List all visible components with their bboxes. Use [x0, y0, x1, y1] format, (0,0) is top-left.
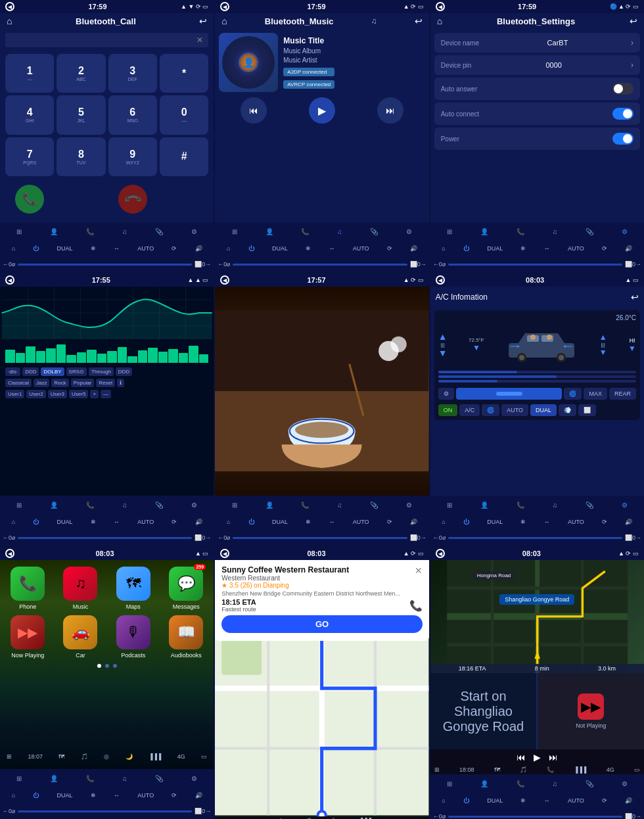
app-nowplaying[interactable]: ▶▶ Now Playing	[4, 615, 51, 659]
cp9-map[interactable]: 🗺	[494, 766, 500, 773]
setting-device-pin[interactable]: Device pin 0000 ›	[434, 55, 640, 75]
cs4-back[interactable]: ←	[3, 534, 9, 541]
cb9-vol[interactable]: 🔊	[625, 797, 632, 804]
end-call-button[interactable]: 📞	[112, 179, 153, 220]
dial-8[interactable]: 8TUV	[57, 137, 105, 176]
play-pause-btn[interactable]: ▶	[534, 752, 541, 762]
app-phone[interactable]: 📞 Phone	[4, 567, 51, 610]
ac-ac-btn[interactable]: A/C	[459, 404, 480, 416]
dial-0[interactable]: 0—	[160, 95, 208, 134]
cb3-power[interactable]: ⏻	[463, 245, 469, 252]
app-audiobooks[interactable]: 📖 Audiobooks	[162, 615, 210, 659]
ac-gear-btn[interactable]: ⚙	[438, 388, 454, 400]
nav4-grid-icon[interactable]: ⊞	[16, 502, 22, 509]
dial-1[interactable]: 1—	[5, 54, 54, 93]
back-arrow-1[interactable]: ↩	[199, 16, 207, 26]
prev-track-btn[interactable]: ⏮	[517, 752, 526, 762]
cb7-sync[interactable]: ⟳	[172, 792, 177, 799]
dot-3[interactable]	[113, 664, 117, 668]
nav2-music-icon[interactable]: ♫	[337, 228, 342, 235]
nav3-user-icon[interactable]: 👤	[480, 228, 488, 235]
cb9-home[interactable]: ⌂	[442, 797, 445, 804]
nav-map[interactable]: Sunny Coffee Western Restaurant Western …	[215, 560, 428, 816]
cp9-grid[interactable]: ⊞	[434, 766, 440, 773]
cs2-back[interactable]: ←	[218, 261, 223, 268]
play-button[interactable]: ▶	[309, 97, 335, 124]
app-maps[interactable]: 🗺 Maps	[110, 567, 157, 610]
nav4-music-icon[interactable]: ♫	[122, 502, 127, 509]
cs3-fan2[interactable]: ⌀	[442, 261, 446, 268]
ac-rear-btn[interactable]: REAR	[609, 388, 636, 400]
back-button-8[interactable]: ◀	[220, 549, 229, 558]
nav4-settings-icon[interactable]: ⚙	[191, 502, 197, 509]
eq-classical[interactable]: Classical	[5, 379, 32, 387]
search-input[interactable]	[11, 36, 196, 44]
cb6-fan[interactable]: ❄	[520, 519, 526, 525]
climate-temp-icon[interactable]: ↔	[114, 245, 120, 252]
cs7-vent[interactable]: ⬜	[195, 808, 202, 814]
nav3-phone-icon[interactable]: 📞	[517, 228, 524, 235]
nav2-grid-icon[interactable]: ⊞	[232, 228, 237, 235]
eq-add[interactable]: +	[90, 390, 99, 398]
eq-ddd[interactable]: DDD	[22, 367, 39, 376]
cb3-fan[interactable]: ❄	[520, 245, 526, 252]
right-fan-up[interactable]: ▲	[599, 333, 607, 342]
eq-user5[interactable]: User5	[69, 390, 88, 398]
cs3-right[interactable]: →	[635, 261, 641, 268]
ac-max-btn[interactable]: MAX	[584, 388, 607, 400]
cb4-fan[interactable]: ❄	[91, 519, 96, 525]
dial-hash[interactable]: #	[160, 137, 208, 176]
cb6-power[interactable]: ⏻	[463, 519, 469, 525]
nav7-settings-icon[interactable]: ⚙	[191, 775, 197, 782]
eq-ddd2[interactable]: DDD	[116, 367, 132, 376]
eq-rock[interactable]: Rock	[51, 379, 68, 387]
ac-fan-btn[interactable]: 🌀	[564, 388, 582, 400]
cs4-right[interactable]: →	[205, 534, 211, 541]
cb2-fan[interactable]: ❄	[306, 245, 311, 252]
nav6-grid-icon[interactable]: ⊞	[447, 502, 452, 509]
nav9-link-icon[interactable]: 📎	[586, 780, 593, 787]
nav2-phone-icon[interactable]: 📞	[301, 228, 309, 235]
cb7-home[interactable]: ⌂	[12, 792, 15, 799]
cb2-sync[interactable]: ⟳	[387, 245, 392, 252]
dial-7[interactable]: 7PQRS	[5, 137, 54, 176]
nav2-user-icon[interactable]: 👤	[265, 228, 273, 235]
eq-info[interactable]: ℹ	[117, 379, 124, 387]
home-icon-3[interactable]: ⌂	[437, 16, 442, 26]
cs-vent[interactable]: ⬜	[195, 261, 202, 268]
home-icon-2[interactable]: ⌂	[221, 16, 227, 26]
cp-music-icon[interactable]: 🎵	[81, 753, 88, 760]
cs3-vent[interactable]: ⬜	[625, 261, 632, 268]
cb7-fan[interactable]: ❄	[91, 792, 96, 799]
dot-2[interactable]	[105, 664, 109, 668]
prev-button[interactable]: ⏮	[241, 97, 267, 124]
eq-user3[interactable]: User3	[48, 390, 67, 398]
app-podcasts[interactable]: 🎙 Podcasts	[110, 615, 157, 659]
dial-9[interactable]: 9WXYZ	[108, 137, 157, 176]
phone-nav-icon[interactable]: 📞	[409, 599, 423, 612]
app-messages[interactable]: 💬 259 Messages	[162, 567, 210, 610]
slider-1[interactable]	[438, 371, 636, 373]
next-track-btn[interactable]: ⏭	[549, 752, 558, 762]
cb2-vol[interactable]: 🔊	[410, 245, 417, 252]
slider-2[interactable]	[438, 375, 636, 378]
cb4-temp[interactable]: ↔	[114, 519, 120, 525]
cs-slider[interactable]	[18, 264, 192, 266]
cb5-fan[interactable]: ❄	[306, 519, 311, 525]
cp-grid-icon[interactable]: ⊞	[7, 753, 12, 760]
video-frame[interactable]	[215, 287, 428, 496]
eq-through[interactable]: Through	[89, 367, 114, 376]
dial-5[interactable]: 5JKL	[57, 95, 105, 134]
climate-home[interactable]: ⌂	[12, 245, 15, 252]
cb7-temp[interactable]: ↔	[114, 792, 120, 799]
clear-icon[interactable]: ✕	[196, 35, 203, 45]
nav6-music-icon[interactable]: ♫	[552, 502, 557, 509]
cs9-back[interactable]: ←	[433, 813, 439, 819]
cs-fan2[interactable]: ⌀	[12, 261, 15, 268]
climate-vol[interactable]: 🔊	[195, 245, 202, 252]
call-button[interactable]: 📞	[15, 185, 44, 214]
cs6-fan2[interactable]: ⌀	[442, 534, 446, 541]
cb3-temp[interactable]: ↔	[544, 245, 550, 252]
cs4-fan2[interactable]: ⌀	[12, 534, 15, 541]
back-button-1[interactable]: ◀	[5, 2, 14, 11]
